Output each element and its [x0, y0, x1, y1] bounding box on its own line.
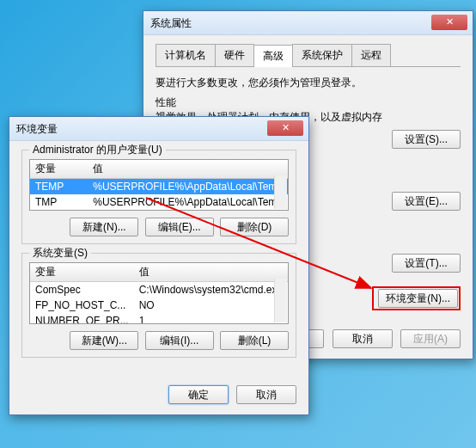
annotation-highlight: 环境变量(N)...: [372, 286, 461, 310]
close-icon[interactable]: ✕: [267, 120, 303, 136]
sys-vars-label: 系统变量(S): [29, 246, 91, 261]
perf-settings-button[interactable]: 设置(S)...: [392, 130, 461, 149]
perf-heading: 性能: [156, 95, 461, 110]
tab-remote[interactable]: 远程: [351, 44, 391, 66]
sys-new-button[interactable]: 新建(W)...: [70, 331, 138, 350]
user-vars-label: Administrator 的用户变量(U): [29, 143, 166, 157]
sys-edit-button[interactable]: 编辑(I)...: [145, 331, 214, 350]
env-vars-button[interactable]: 环境变量(N)...: [378, 289, 458, 308]
sys-delete-button[interactable]: 删除(L): [220, 331, 289, 350]
table-row[interactable]: TEMP %USERPROFILE%\AppData\Local\Temp: [30, 179, 288, 195]
user-new-button[interactable]: 新建(N)...: [70, 218, 138, 236]
close-icon[interactable]: ✕: [431, 15, 467, 30]
scrollbar[interactable]: [274, 279, 287, 322]
table-row[interactable]: NUMBER_OF_PR...1: [30, 313, 288, 324]
col-val[interactable]: 值: [134, 263, 288, 282]
user-vars-table[interactable]: 变量 值 TEMP %USERPROFILE%\AppData\Local\Te…: [29, 159, 289, 211]
sys-title: 系统属性: [150, 17, 192, 29]
table-row[interactable]: TMP %USERPROFILE%\AppData\Local\Temp: [30, 194, 288, 210]
sys-cancel-button[interactable]: 取消: [333, 329, 393, 348]
tab-advanced[interactable]: 高级: [253, 45, 293, 67]
user-vars-group: Administrator 的用户变量(U) 变量 值 TEMP %USERPR…: [21, 150, 296, 244]
advanced-intro: 要进行大多数更改，您必须作为管理员登录。: [156, 76, 461, 90]
env-vars-dialog: 环境变量 ✕ Administrator 的用户变量(U) 变量 值 TEMP …: [9, 116, 309, 415]
col-var[interactable]: 变量: [30, 263, 134, 282]
sys-vars-group: 系统变量(S) 变量 值 ComSpecC:\Windows\system32\…: [21, 253, 296, 358]
env-ok-button[interactable]: 确定: [168, 385, 229, 404]
col-val[interactable]: 值: [88, 160, 288, 179]
table-row[interactable]: ComSpecC:\Windows\system32\cmd.exe: [30, 282, 288, 298]
scrollbar[interactable]: [274, 175, 287, 209]
env-title: 环境变量: [16, 123, 58, 135]
sys-vars-table[interactable]: 变量 值 ComSpecC:\Windows\system32\cmd.exe …: [29, 262, 289, 324]
user-edit-button[interactable]: 编辑(E)...: [145, 218, 214, 236]
startup-settings-button[interactable]: 设置(T)...: [392, 254, 461, 273]
tab-sysprotect[interactable]: 系统保护: [292, 44, 352, 66]
sys-tabs: 计算机名 硬件 高级 系统保护 远程: [156, 44, 461, 67]
profile-settings-button[interactable]: 设置(E)...: [392, 192, 461, 211]
env-title-bar: 环境变量 ✕: [9, 117, 308, 141]
env-cancel-button[interactable]: 取消: [236, 385, 296, 404]
table-row[interactable]: FP_NO_HOST_C...NO: [30, 298, 288, 313]
tab-computername[interactable]: 计算机名: [156, 44, 216, 66]
sys-title-bar: 系统属性 ✕: [143, 11, 473, 35]
col-var[interactable]: 变量: [30, 160, 88, 179]
tab-hardware[interactable]: 硬件: [215, 44, 254, 66]
user-delete-button[interactable]: 删除(D): [220, 218, 289, 236]
sys-apply-button[interactable]: 应用(A): [400, 329, 461, 348]
